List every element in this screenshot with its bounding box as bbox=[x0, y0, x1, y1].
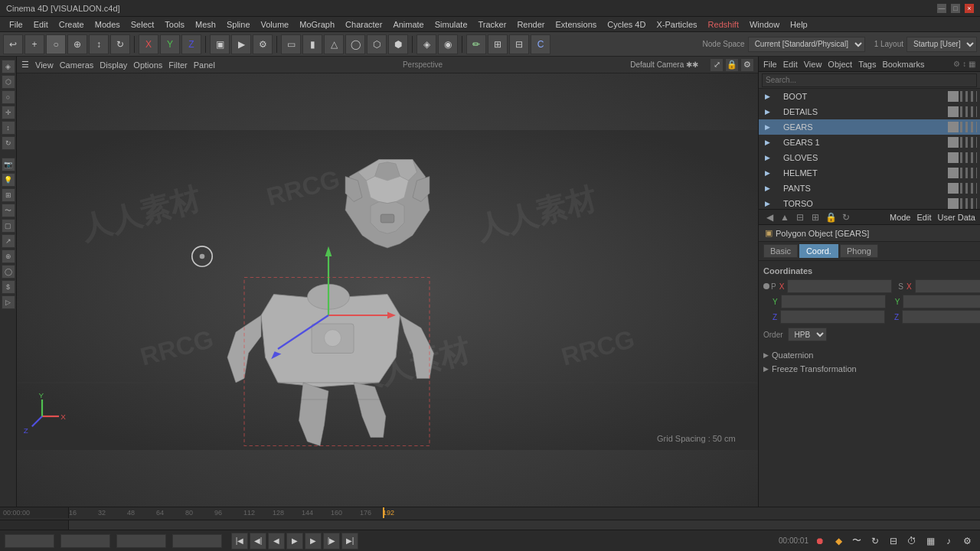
tool-undo[interactable]: ↩ bbox=[3, 34, 23, 54]
obj-item-torso[interactable]: ▶ TORSO bbox=[759, 196, 980, 211]
left-tool-sel[interactable]: ○ bbox=[2, 90, 15, 104]
node-space-select[interactable]: Current [Standard/Physical] bbox=[748, 37, 865, 52]
obj-item-gears1[interactable]: ▶ GEARS 1 bbox=[759, 135, 980, 150]
viewport-menu-icon[interactable]: ☰ bbox=[21, 60, 29, 70]
obj-item-pants[interactable]: ▶ PANTS bbox=[759, 181, 980, 196]
left-tool-array[interactable]: ⊞ bbox=[2, 188, 15, 202]
coord-py-input[interactable]: 2.378 cm bbox=[781, 295, 886, 308]
tool-deform[interactable]: ◉ bbox=[438, 34, 458, 54]
coord-sx-input[interactable]: 100 bbox=[915, 279, 980, 293]
tool-live-sel[interactable]: ○ bbox=[46, 34, 66, 54]
prev-key-btn[interactable]: ◀| bbox=[250, 533, 266, 549]
obj-vis-gloves[interactable] bbox=[948, 152, 959, 163]
tool-render-settings[interactable]: ⚙ bbox=[253, 34, 273, 54]
tool-background[interactable]: ▮ bbox=[302, 34, 322, 54]
menu-tools[interactable]: Tools bbox=[160, 20, 189, 29]
window-controls[interactable]: — □ × bbox=[937, 4, 974, 13]
obj-item-boot[interactable]: ▶ BOOT bbox=[759, 89, 980, 104]
obj-vis-gears[interactable] bbox=[948, 122, 959, 132]
obj-header-edit[interactable]: Edit bbox=[783, 60, 798, 69]
props-nav-back[interactable]: ◀ bbox=[763, 211, 776, 223]
timeline-bar[interactable] bbox=[0, 520, 980, 530]
obj-item-gears[interactable]: ▶ GEARS bbox=[759, 119, 980, 135]
viewport-panel-menu[interactable]: Panel bbox=[194, 60, 215, 70]
obj-vis-pants[interactable] bbox=[948, 183, 959, 194]
coord-pz-input[interactable]: 0 cm bbox=[780, 310, 885, 324]
tool-x-axis[interactable]: X bbox=[139, 34, 158, 54]
menu-redshift[interactable]: Redshift bbox=[704, 20, 743, 29]
menu-cycles4d[interactable]: Cycles 4D bbox=[603, 20, 650, 29]
props-header-userdata[interactable]: User Data bbox=[937, 213, 975, 222]
tool-bevel[interactable]: ⊟ bbox=[509, 34, 529, 54]
menu-window[interactable]: Window bbox=[745, 20, 784, 29]
tool-move[interactable]: ⊕ bbox=[67, 34, 87, 54]
menu-help[interactable]: Help bbox=[786, 20, 812, 29]
obj-header-view[interactable]: View bbox=[804, 60, 822, 69]
props-nav-refresh[interactable]: ↻ bbox=[840, 211, 852, 223]
menu-animate[interactable]: Animate bbox=[388, 20, 428, 29]
tool-render[interactable]: ▶ bbox=[231, 34, 251, 54]
menu-tracker[interactable]: Tracker bbox=[474, 20, 511, 29]
tool-stage[interactable]: ⬢ bbox=[388, 34, 408, 54]
props-nav-filter[interactable]: ⊟ bbox=[794, 211, 806, 223]
obj-item-gloves[interactable]: ▶ GLOVES bbox=[759, 150, 980, 165]
props-nav-options[interactable]: ⊞ bbox=[809, 211, 822, 223]
pb-icon-settings[interactable]: ⚙ bbox=[959, 533, 975, 549]
left-tool-light[interactable]: 💡 bbox=[2, 173, 15, 187]
props-tab-coord[interactable]: Coord. bbox=[799, 244, 838, 258]
left-tool-mograph[interactable]: ⊕ bbox=[2, 249, 15, 263]
time-start[interactable]: 00:00:00 bbox=[5, 534, 54, 548]
menu-simulate[interactable]: Simulate bbox=[430, 20, 472, 29]
layout-select[interactable]: Startup [User] bbox=[906, 37, 977, 52]
obj-vis-torso[interactable] bbox=[948, 198, 959, 209]
go-end-btn[interactable]: ▶| bbox=[341, 533, 358, 549]
tool-sky[interactable]: ◯ bbox=[345, 34, 365, 54]
obj-search-input[interactable] bbox=[762, 73, 977, 87]
tool-render-to-pic[interactable]: ▣ bbox=[210, 34, 230, 54]
play-btn[interactable]: ▶ bbox=[286, 533, 303, 549]
obj-vis-details[interactable] bbox=[948, 106, 959, 117]
menu-volume[interactable]: Volume bbox=[256, 20, 294, 29]
freeze-header[interactable]: ▶ Freeze Transformation bbox=[763, 362, 975, 376]
pb-icon-fps[interactable]: ⏱ bbox=[903, 533, 920, 549]
left-tool-spline[interactable]: 〜 bbox=[2, 204, 15, 217]
props-header-mode[interactable]: Mode bbox=[890, 213, 911, 222]
pb-icon-range[interactable]: ⊟ bbox=[885, 533, 902, 549]
next-frame-btn[interactable]: ▶ bbox=[305, 533, 322, 549]
menu-create[interactable]: Create bbox=[54, 20, 89, 29]
go-start-btn[interactable]: |◀ bbox=[231, 533, 248, 549]
viewport-lock-btn[interactable]: 🔒 bbox=[726, 59, 738, 71]
tool-z-axis[interactable]: Z bbox=[181, 34, 201, 54]
viewport-display-menu[interactable]: Display bbox=[100, 60, 127, 70]
obj-header-file[interactable]: File bbox=[763, 60, 777, 69]
obj-header-object[interactable]: Object bbox=[828, 60, 852, 69]
obj-vis-gears1[interactable] bbox=[948, 137, 959, 148]
props-tab-phong[interactable]: Phong bbox=[840, 244, 878, 258]
pb-icon-motion[interactable]: 〜 bbox=[848, 533, 865, 549]
left-tool-move[interactable]: ✛ bbox=[2, 106, 15, 119]
maximize-btn[interactable]: □ bbox=[951, 4, 960, 13]
menu-select[interactable]: Select bbox=[126, 20, 159, 29]
menu-mograph[interactable]: MoGraph bbox=[295, 20, 339, 29]
tool-poly-pen[interactable]: ✏ bbox=[466, 34, 486, 54]
menu-xparticles[interactable]: X-Particles bbox=[652, 20, 701, 29]
menu-edit[interactable]: Edit bbox=[29, 20, 53, 29]
coord-px-input[interactable]: 0 cm bbox=[787, 279, 892, 293]
coord-sz-input[interactable]: 100 bbox=[902, 310, 980, 324]
obj-header-tags[interactable]: Tags bbox=[858, 60, 876, 69]
menu-mesh[interactable]: Mesh bbox=[191, 20, 220, 29]
minimize-btn[interactable]: — bbox=[937, 4, 946, 13]
pb-icon-record[interactable]: ⏺ bbox=[812, 533, 828, 549]
obj-header-bookmarks[interactable]: Bookmarks bbox=[882, 60, 924, 69]
left-tool-prim[interactable]: ▢ bbox=[2, 219, 15, 233]
tool-foreground[interactable]: △ bbox=[324, 34, 344, 54]
tool-cycles-icon[interactable]: C bbox=[531, 34, 550, 54]
viewport-settings-btn[interactable]: ⚙ bbox=[741, 59, 753, 71]
viewport-cameras-menu[interactable]: Cameras bbox=[60, 60, 94, 70]
menu-extensions[interactable]: Extensions bbox=[550, 20, 601, 29]
tool-envobj[interactable]: ⬡ bbox=[367, 34, 387, 54]
pb-icon-sound[interactable]: ♪ bbox=[940, 533, 957, 549]
props-header-edit[interactable]: Edit bbox=[917, 213, 932, 222]
menu-file[interactable]: File bbox=[5, 20, 28, 29]
tool-floor[interactable]: ▭ bbox=[281, 34, 301, 54]
